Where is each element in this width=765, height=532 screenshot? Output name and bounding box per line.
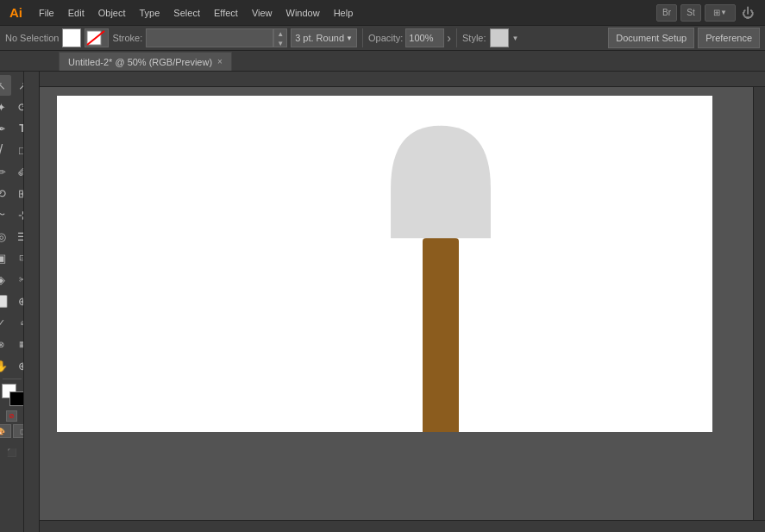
opacity-input[interactable]: 100% xyxy=(405,28,444,47)
tool-row-4: / □ xyxy=(0,140,24,160)
menu-window[interactable]: Window xyxy=(279,4,327,22)
color-swatches xyxy=(0,384,24,408)
style-swatch[interactable] xyxy=(490,28,509,47)
toolbox: ↖ ↗ ✦ ⟳ ✒ T / □ ✏ ✐ ⟲ ⊞ 〜 ⊹ ◎ ☰ xyxy=(0,72,24,532)
none-swatch[interactable]: ⊘ xyxy=(6,410,17,422)
hand-btn[interactable]: ✋ xyxy=(0,355,11,376)
menu-select[interactable]: Select xyxy=(166,4,207,22)
screen-mode-btn[interactable]: ⬛ xyxy=(2,442,22,463)
tool-row-3: ✒ T xyxy=(0,118,24,139)
stroke-swatch[interactable] xyxy=(85,28,109,47)
column-graph-btn[interactable]: ☰ xyxy=(12,226,24,247)
main-area: ↖ ↗ ✦ ⟳ ✒ T / □ ✏ ✐ ⟲ ⊞ 〜 ⊹ ◎ ☰ xyxy=(0,72,765,532)
magic-wand-btn[interactable]: ✦ xyxy=(0,97,11,117)
opacity-value: 100% xyxy=(409,33,433,43)
opacity-area: Opacity: 100% › xyxy=(368,28,451,47)
warp-btn[interactable]: 〜 xyxy=(0,204,11,225)
shovel-blade-svg xyxy=(385,122,497,242)
tool-row-8: ◎ ☰ xyxy=(0,226,24,247)
tool-row-11: ⬜ ⊕ xyxy=(0,291,24,311)
selection-label: No Selection xyxy=(5,33,59,43)
horizontal-scrollbar[interactable] xyxy=(40,520,765,532)
stroke-color-swatch[interactable] xyxy=(9,391,24,406)
stroke-dropdown-icon: ▼ xyxy=(346,34,353,42)
gradient-btn[interactable]: ⬜ xyxy=(0,291,11,311)
mesh-btn[interactable]: ⊕ xyxy=(12,291,24,311)
measure-btn[interactable]: ⌀ xyxy=(12,312,24,333)
power-button[interactable]: ⏻ xyxy=(739,4,756,22)
rotate-btn[interactable]: ⟲ xyxy=(0,183,11,203)
stroke-width-input[interactable] xyxy=(146,28,273,47)
tool-row-2: ✦ ⟳ xyxy=(0,97,24,117)
tool-row-7: 〜 ⊹ xyxy=(0,204,24,225)
swatch-none-area: ⊘ xyxy=(6,410,17,422)
artboard[interactable] xyxy=(57,96,712,432)
gradient-mode-btn[interactable]: ◻ xyxy=(13,424,25,438)
eyedropper-btn[interactable]: ✓ xyxy=(0,312,11,333)
menu-items: File Edit Object Type Select Effect View… xyxy=(32,4,656,22)
shovel-blade[interactable] xyxy=(385,122,497,242)
zoom-btn[interactable]: ⊕ xyxy=(12,355,24,376)
document-tab[interactable]: Untitled-2* @ 50% (RGB/Preview) × xyxy=(59,52,232,71)
ruler-vertical xyxy=(24,72,40,532)
line-tool-btn[interactable]: / xyxy=(0,140,11,160)
ruler-horizontal xyxy=(24,72,765,87)
preferences-button[interactable]: Preference xyxy=(698,28,760,48)
selection-tool-btn[interactable]: ↖ xyxy=(0,75,11,96)
chart2-btn[interactable]: ▦ xyxy=(12,334,24,354)
stepper-up[interactable]: ▲ xyxy=(274,29,286,39)
divider-2 xyxy=(456,28,457,47)
blend-btn[interactable]: ⊗ xyxy=(0,334,11,354)
menu-edit[interactable]: Edit xyxy=(61,4,91,22)
symbol-spray-btn[interactable]: ◎ xyxy=(0,226,11,247)
scissors-btn[interactable]: ✂ xyxy=(12,269,24,290)
stroke-stepper[interactable]: ▲ ▼ xyxy=(273,28,287,47)
vertical-scrollbar[interactable] xyxy=(753,87,765,520)
stepper-down[interactable]: ▼ xyxy=(274,39,286,48)
paintbrush-btn[interactable]: ✏ xyxy=(0,161,11,182)
artboard-btn[interactable]: ▣ xyxy=(0,247,11,268)
menu-help[interactable]: Help xyxy=(327,4,361,22)
color-mode-btn[interactable]: 🎨 xyxy=(0,424,11,438)
pencil-btn[interactable]: ✐ xyxy=(12,161,24,182)
tool-row-12: ✓ ⌀ xyxy=(0,312,24,333)
pen-tool-btn[interactable]: ✒ xyxy=(0,118,11,139)
document-setup-button[interactable]: Document Setup xyxy=(608,28,694,48)
stock-icon-btn[interactable]: St xyxy=(680,4,701,22)
slice-btn[interactable]: ⊡ xyxy=(12,247,24,268)
eraser-btn[interactable]: ◈ xyxy=(0,269,11,290)
menu-type[interactable]: Type xyxy=(133,4,167,22)
opacity-arrow[interactable]: › xyxy=(447,31,451,45)
tab-bar: Untitled-2* @ 50% (RGB/Preview) × xyxy=(0,51,765,72)
workspace-grid-icon: ⊞ xyxy=(713,8,720,17)
rect-tool-btn[interactable]: □ xyxy=(12,140,24,160)
bridge-icon-btn[interactable]: Br xyxy=(656,4,677,22)
tab-title: Untitled-2* @ 50% (RGB/Preview) xyxy=(68,57,212,67)
stroke-label: Stroke: xyxy=(112,33,142,43)
scale-btn[interactable]: ⊞ xyxy=(12,183,24,203)
menu-effect[interactable]: Effect xyxy=(207,4,245,22)
change-screen-mode: ⬛ xyxy=(2,442,22,463)
fill-swatch[interactable] xyxy=(62,28,81,47)
tool-row-9: ▣ ⊡ xyxy=(0,247,24,268)
menu-file[interactable]: File xyxy=(32,4,61,22)
tool-row-1: ↖ ↗ xyxy=(0,75,24,96)
opacity-label: Opacity: xyxy=(368,33,403,43)
menu-object[interactable]: Object xyxy=(91,4,133,22)
free-transform-btn[interactable]: ⊹ xyxy=(12,204,24,225)
direct-selection-tool-btn[interactable]: ↗ xyxy=(12,75,24,96)
shovel-handle[interactable] xyxy=(423,238,459,432)
lasso-btn[interactable]: ⟳ xyxy=(12,97,24,117)
stroke-type-select[interactable]: 3 pt. Round ▼ xyxy=(291,28,357,47)
stroke-width-field[interactable] xyxy=(150,33,269,43)
style-label: Style: xyxy=(462,33,486,43)
tool-row-6: ⟲ ⊞ xyxy=(0,183,24,203)
workspace-arrow-icon: ▼ xyxy=(720,9,727,16)
tab-close-button[interactable]: × xyxy=(217,57,223,66)
workspace-btn[interactable]: ⊞ ▼ xyxy=(705,4,736,22)
type-tool-btn[interactable]: T xyxy=(12,118,24,139)
menu-view[interactable]: View xyxy=(245,4,279,22)
control-bar: No Selection Stroke: ▲ ▼ 3 pt. Round ▼ O… xyxy=(0,25,765,51)
ai-logo: Ai xyxy=(3,0,28,25)
canvas-area[interactable] xyxy=(24,72,765,532)
